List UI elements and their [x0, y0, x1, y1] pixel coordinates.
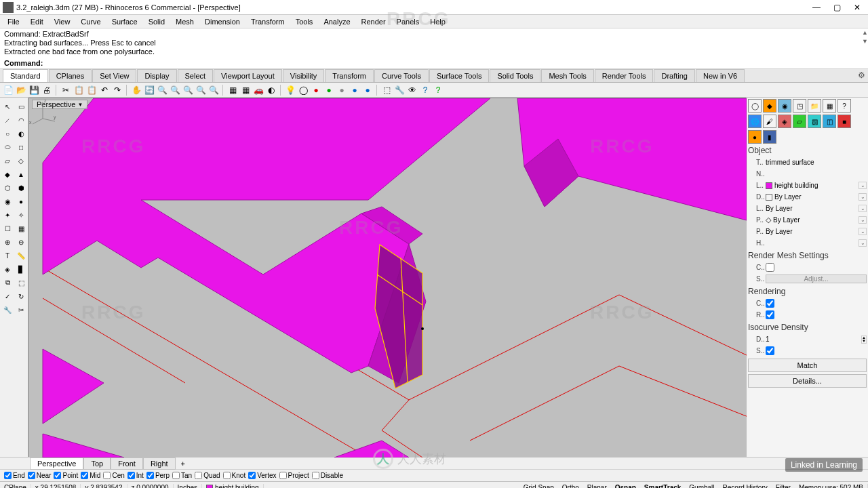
status-toggle-smarttrack[interactable]: SmartTrack: [640, 484, 685, 488]
new-icon[interactable]: 📄: [3, 85, 14, 96]
tab-viewport-layout[interactable]: Viewport Layout: [214, 69, 282, 82]
mat-icon[interactable]: ●: [311, 85, 321, 96]
obj-sphere-icon[interactable]: ●: [748, 130, 762, 144]
panel-env-icon[interactable]: ◳: [793, 99, 806, 113]
filter-icon[interactable]: 🔧: [394, 85, 405, 96]
tab-standard[interactable]: Standard: [3, 69, 48, 82]
sun-icon[interactable]: ●: [349, 85, 360, 96]
tool-icon-21[interactable]: ⊖: [15, 236, 27, 248]
status-toggle-ortho[interactable]: Ortho: [558, 484, 583, 488]
zoom-ext-icon[interactable]: 🔍: [170, 85, 180, 96]
iso-density[interactable]: 1: [766, 336, 861, 343]
adjust-button[interactable]: Adjust...: [766, 274, 867, 283]
tool-icon-13[interactable]: ⬢: [15, 182, 27, 194]
zoom-prev-icon[interactable]: 🔍: [208, 85, 219, 96]
osnap-project[interactable]: Project: [279, 472, 309, 479]
scroll-down-icon[interactable]: ▼: [862, 37, 868, 46]
render-cast-check[interactable]: [766, 299, 774, 308]
menu-solid[interactable]: Solid: [144, 16, 170, 27]
tab-surface-tools[interactable]: Surface Tools: [429, 69, 489, 82]
lgt-icon[interactable]: ●: [362, 85, 373, 96]
osnap-near[interactable]: Near: [28, 472, 52, 479]
render-icon[interactable]: 🚗: [253, 85, 264, 96]
prop-icon[interactable]: ◯: [298, 85, 309, 96]
tab-solid-tools[interactable]: Solid Tools: [490, 69, 540, 82]
zoom-icon[interactable]: 🔍: [157, 85, 167, 96]
dropdown-icon[interactable]: ▼: [77, 102, 83, 108]
tool-icon-30[interactable]: 🔧: [1, 304, 14, 316]
dropdown-icon[interactable]: ⌄: [859, 182, 867, 189]
rms-custom-check[interactable]: [766, 263, 774, 272]
tab-display[interactable]: Display: [137, 69, 176, 82]
menu-mesh[interactable]: Mesh: [171, 16, 199, 27]
status-toggle-filter[interactable]: Filter: [772, 484, 795, 488]
tool-icon-9[interactable]: ◇: [15, 155, 27, 167]
menu-dimension[interactable]: Dimension: [200, 16, 245, 27]
gear-icon[interactable]: ⚙: [858, 70, 865, 80]
vptab-front[interactable]: Front: [111, 458, 143, 470]
tool-icon-20[interactable]: ⊕: [1, 236, 14, 248]
tab-transform[interactable]: Transform: [325, 69, 374, 82]
layout2-icon[interactable]: ▦: [240, 85, 251, 96]
panel-tex-icon[interactable]: ◉: [778, 99, 791, 113]
tool-icon-11[interactable]: ▲: [15, 168, 27, 180]
panel-mat-icon[interactable]: ◆: [763, 99, 776, 113]
redo-icon[interactable]: ↷: [112, 85, 123, 96]
vptab-right[interactable]: Right: [143, 458, 176, 470]
print-icon[interactable]: 🖨: [41, 85, 52, 96]
vptab-top[interactable]: Top: [83, 458, 111, 470]
maximize-button[interactable]: ▢: [833, 3, 841, 12]
rotate-icon[interactable]: 🔄: [144, 85, 155, 96]
tool-icon-7[interactable]: □: [15, 141, 27, 153]
env-icon[interactable]: ●: [323, 85, 334, 96]
hide-icon[interactable]: 👁: [407, 85, 418, 96]
osnap-end[interactable]: End: [4, 472, 25, 479]
status-toggle-grid-snap[interactable]: Grid Snap: [519, 484, 558, 488]
layout-icon[interactable]: ▦: [227, 85, 238, 96]
osnap-mid[interactable]: Mid: [81, 472, 100, 479]
osnap-quad[interactable]: Quad: [195, 472, 220, 479]
status-toggle-gumball[interactable]: Gumball: [685, 484, 718, 488]
menu-panels[interactable]: Panels: [392, 16, 425, 27]
osnap-cen[interactable]: Cen: [103, 472, 124, 479]
copy-icon[interactable]: 📋: [73, 85, 84, 96]
menu-transform[interactable]: Transform: [246, 16, 290, 27]
osnap-int[interactable]: Int: [127, 472, 144, 479]
tool-icon-16[interactable]: ✦: [1, 209, 14, 221]
sel-icon[interactable]: ⬚: [381, 85, 392, 96]
command-prompt[interactable]: Command:: [0, 58, 868, 69]
dropdown-icon[interactable]: ⌄: [859, 216, 867, 224]
menu-edit[interactable]: Edit: [26, 16, 48, 27]
tool-icon-24[interactable]: ◈: [1, 263, 14, 275]
obj-cyl-icon[interactable]: ▮: [763, 130, 776, 144]
obj-globe-icon[interactable]: 🌐: [748, 115, 762, 128]
tool-icon-4[interactable]: ○: [1, 127, 14, 140]
shade-icon[interactable]: ◐: [266, 85, 277, 96]
status-toggle-osnap[interactable]: Osnap: [611, 484, 640, 488]
tool-icon-15[interactable]: ●: [15, 195, 27, 207]
save-icon[interactable]: 💾: [28, 85, 39, 96]
help2-icon[interactable]: ?: [433, 85, 443, 96]
tex-icon[interactable]: ●: [336, 85, 347, 96]
osnap-knot[interactable]: Knot: [223, 472, 246, 479]
vptab-perspective[interactable]: Perspective: [30, 458, 83, 470]
printcolor[interactable]: By Layer: [773, 216, 859, 224]
zoom-win-icon[interactable]: 🔍: [182, 85, 193, 96]
obj-brush-icon[interactable]: 🖌: [763, 115, 776, 128]
open-icon[interactable]: 📂: [16, 85, 26, 96]
tool-icon-28[interactable]: ✓: [1, 290, 14, 302]
tool-icon-0[interactable]: ↖: [1, 100, 14, 113]
tool-icon-25[interactable]: ▊: [15, 263, 27, 275]
spinner[interactable]: ▲▼: [861, 336, 867, 344]
menu-render[interactable]: Render: [357, 16, 391, 27]
linetype[interactable]: By Layer: [766, 205, 859, 212]
tool-icon-8[interactable]: ▱: [1, 155, 14, 167]
status-layer[interactable]: height building: [202, 484, 264, 488]
tool-icon-17[interactable]: ✧: [15, 209, 27, 221]
tab-set-view[interactable]: Set View: [92, 69, 136, 82]
tool-icon-6[interactable]: ⬭: [1, 141, 14, 153]
tab-select[interactable]: Select: [178, 69, 214, 82]
tool-icon-12[interactable]: ⬡: [1, 182, 14, 194]
tool-icon-1[interactable]: ▭: [15, 100, 27, 113]
status-toggle-record-history[interactable]: Record History: [719, 484, 772, 488]
